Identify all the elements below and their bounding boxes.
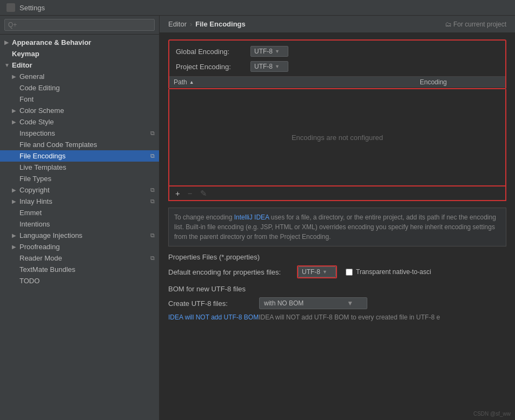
encoding-toolbar: + − ✎ bbox=[168, 186, 506, 201]
title-bar: Settings bbox=[0, 0, 515, 16]
sidebar-item-label: Appearance & Behavior bbox=[12, 38, 91, 46]
sidebar-item-emmet[interactable]: Emmet bbox=[0, 207, 159, 218]
chevron-icon: ▶ bbox=[4, 39, 12, 45]
sidebar-item-appearance[interactable]: ▶ Appearance & Behavior bbox=[0, 37, 159, 48]
properties-section: Properties Files (*.properties) Default … bbox=[168, 253, 506, 278]
sidebar-item-label: File and Code Templates bbox=[19, 141, 97, 149]
sidebar-item-label: Inlay Hints bbox=[19, 197, 52, 205]
utf8-bom-highlight: UTF-8 BOM bbox=[223, 314, 259, 321]
chevron-icon: ▶ bbox=[12, 232, 19, 238]
for-current-project: 🗂 For current project bbox=[445, 21, 506, 28]
sidebar-item-label: TODO bbox=[19, 277, 39, 285]
sidebar-item-label: General bbox=[19, 72, 44, 81]
encoding-table-body: Encodings are not configured bbox=[168, 89, 506, 186]
sidebar-item-keymap[interactable]: Keymap bbox=[0, 48, 159, 59]
info-text: To change encoding IntelliJ IDEA uses fo… bbox=[168, 208, 506, 246]
search-input[interactable] bbox=[4, 19, 155, 31]
main-layout: ▶ Appearance & Behavior Keymap ▼ Editor … bbox=[0, 16, 515, 420]
project-encoding-row: Project Encoding: UTF-8 ▼ bbox=[176, 61, 499, 72]
copy-icon: ⧉ bbox=[150, 130, 155, 137]
dropdown-arrow-icon: ▼ bbox=[322, 269, 327, 275]
sidebar-item-general[interactable]: ▶ General bbox=[0, 71, 159, 82]
sidebar-item-file-code-templates[interactable]: File and Code Templates bbox=[0, 139, 159, 150]
sidebar-item-intentions[interactable]: Intentions bbox=[0, 218, 159, 230]
sidebar-item-textmate-bundles[interactable]: TextMate Bundles bbox=[0, 264, 159, 275]
empty-message: Encodings are not configured bbox=[292, 134, 383, 142]
sidebar-item-label: Emmet bbox=[19, 209, 42, 217]
dropdown-arrow-icon: ▼ bbox=[275, 64, 280, 69]
global-encoding-dropdown[interactable]: UTF-8 ▼ bbox=[250, 46, 288, 57]
sidebar-item-label: Live Templates bbox=[19, 163, 66, 171]
bom-label: Create UTF-8 files: bbox=[168, 299, 255, 308]
sidebar-item-inlay-hints[interactable]: ▶ Inlay Hints ⧉ bbox=[0, 196, 159, 207]
sidebar-item-file-encodings[interactable]: File Encodings ⧉ bbox=[0, 150, 159, 162]
sidebar-item-proofreading[interactable]: ▶ Proofreading bbox=[0, 241, 159, 252]
sidebar-item-color-scheme[interactable]: ▶ Color Scheme bbox=[0, 105, 159, 116]
copy-icon: ⧉ bbox=[150, 186, 155, 194]
search-box bbox=[0, 16, 159, 35]
global-encoding-value: UTF-8 bbox=[254, 48, 273, 55]
sidebar-item-editor[interactable]: ▼ Editor bbox=[0, 59, 159, 71]
sidebar-item-label: Font bbox=[19, 95, 34, 103]
encoding-top-section: Global Encoding: UTF-8 ▼ Project Encodin… bbox=[168, 39, 506, 89]
properties-encoding-dropdown[interactable]: UTF-8 ▼ bbox=[298, 266, 336, 277]
sidebar-item-label: File Encodings bbox=[19, 152, 65, 160]
watermark: CSDN @sf_ww bbox=[473, 411, 511, 417]
dropdown-arrow-icon: ▼ bbox=[275, 49, 280, 54]
sort-asc-icon: ▲ bbox=[189, 79, 194, 85]
sidebar-item-label: Editor bbox=[12, 61, 32, 69]
bom-row: Create UTF-8 files: with NO BOM ▼ bbox=[168, 297, 506, 309]
content-panel: Editor › File Encodings 🗂 For current pr… bbox=[160, 16, 515, 420]
edit-encoding-button[interactable]: ✎ bbox=[197, 188, 210, 198]
intellij-highlight: IntelliJ IDEA bbox=[234, 214, 269, 221]
add-encoding-button[interactable]: + bbox=[173, 188, 183, 198]
sidebar-item-label: Copyright bbox=[19, 186, 50, 194]
breadcrumb-page: File Encodings bbox=[195, 20, 245, 28]
sidebar-item-label: TextMate Bundles bbox=[19, 265, 75, 274]
sidebar-item-reader-mode[interactable]: Reader Mode ⧉ bbox=[0, 252, 159, 264]
chevron-icon: ▶ bbox=[12, 244, 19, 250]
sidebar-item-todo[interactable]: TODO bbox=[0, 275, 159, 286]
breadcrumb-separator: › bbox=[190, 20, 192, 28]
app-icon bbox=[6, 3, 15, 12]
sidebar-item-label: Proofreading bbox=[19, 243, 60, 251]
sidebar-item-language-injections[interactable]: ▶ Language Injections ⧉ bbox=[0, 230, 159, 241]
properties-encoding-label: Default encoding for properties files: bbox=[168, 268, 293, 276]
bom-dropdown[interactable]: with NO BOM ▼ bbox=[259, 297, 367, 309]
sidebar-item-font[interactable]: Font bbox=[0, 94, 159, 105]
window-title: Settings bbox=[19, 4, 45, 12]
chevron-icon: ▶ bbox=[12, 74, 19, 79]
transparent-label: Transparent native-to-asci bbox=[356, 268, 431, 276]
sidebar-item-inspections[interactable]: Inspections ⧉ bbox=[0, 128, 159, 139]
sidebar-item-file-types[interactable]: File Types bbox=[0, 173, 159, 184]
chevron-icon: ▶ bbox=[12, 108, 19, 114]
sidebar-item-label: Code Editing bbox=[19, 84, 60, 92]
path-column-header: Path ▲ bbox=[174, 78, 420, 86]
chevron-icon: ▶ bbox=[12, 198, 19, 204]
remove-encoding-button[interactable]: − bbox=[185, 188, 195, 198]
properties-section-title: Properties Files (*.properties) bbox=[168, 253, 506, 261]
content-body: Global Encoding: UTF-8 ▼ Project Encodin… bbox=[160, 33, 515, 420]
sidebar-item-copyright[interactable]: ▶ Copyright ⧉ bbox=[0, 184, 159, 196]
sidebar: ▶ Appearance & Behavior Keymap ▼ Editor … bbox=[0, 16, 160, 420]
transparent-checkbox[interactable] bbox=[346, 269, 353, 276]
project-encoding-value: UTF-8 bbox=[254, 63, 273, 70]
transparent-checkbox-row: Transparent native-to-asci bbox=[346, 268, 431, 276]
sidebar-item-code-style[interactable]: ▶ Code Style bbox=[0, 116, 159, 128]
sidebar-item-label: Intentions bbox=[19, 220, 50, 228]
chevron-icon: ▶ bbox=[12, 187, 19, 193]
sidebar-item-label: Inspections bbox=[19, 129, 55, 137]
global-encoding-label: Global Encoding: bbox=[176, 48, 246, 56]
sidebar-item-label: Color Scheme bbox=[19, 106, 64, 115]
bom-hint: IDEA will NOT add UTF-8 BOMIDEA will NOT… bbox=[168, 314, 506, 321]
copy-icon: ⧉ bbox=[150, 232, 155, 239]
sidebar-item-code-editing[interactable]: Code Editing bbox=[0, 82, 159, 94]
properties-encoding-value: UTF-8 bbox=[302, 268, 320, 276]
bom-value: with NO BOM bbox=[264, 299, 303, 307]
sidebar-item-live-templates[interactable]: Live Templates bbox=[0, 162, 159, 173]
project-encoding-dropdown[interactable]: UTF-8 ▼ bbox=[250, 61, 288, 72]
copy-icon: ⧉ bbox=[150, 152, 155, 159]
bom-dropdown-arrow-icon: ▼ bbox=[347, 299, 353, 307]
sidebar-list: ▶ Appearance & Behavior Keymap ▼ Editor … bbox=[0, 35, 159, 420]
sidebar-item-label: Code Style bbox=[19, 118, 54, 126]
